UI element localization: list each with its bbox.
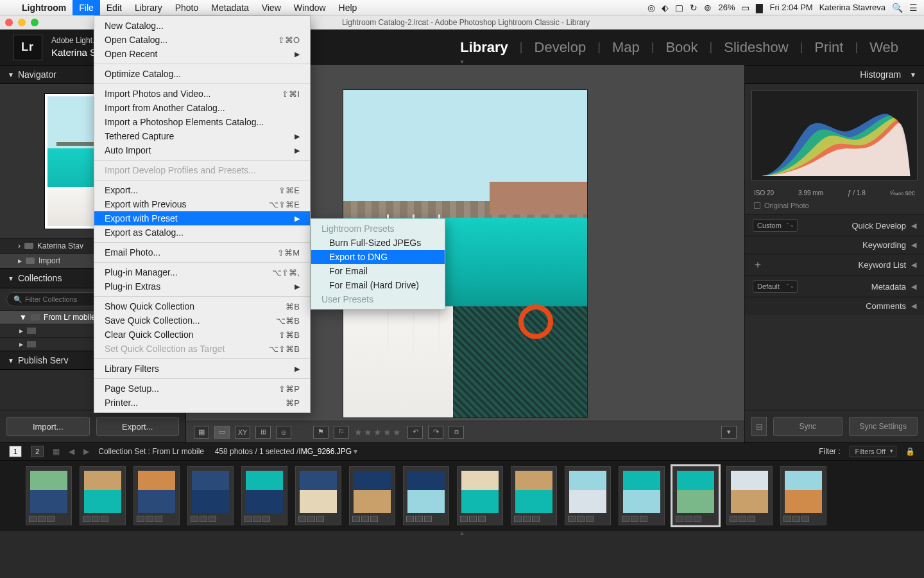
checkbox-icon[interactable]	[754, 202, 760, 209]
file-menu-item[interactable]: New Catalog...	[94, 19, 310, 33]
compare-view-button[interactable]: XY	[235, 426, 250, 439]
export-button[interactable]: Export...	[96, 417, 180, 436]
quick-develop-preset-dropdown[interactable]: Custom	[753, 219, 798, 232]
filmstrip-thumb[interactable]	[403, 466, 449, 525]
rating-stars[interactable]: ★★★★★	[354, 427, 402, 437]
airplay-icon[interactable]: ▢	[675, 3, 683, 13]
file-menu-item[interactable]: Open Recent▶	[94, 47, 310, 61]
histogram-header[interactable]: Histogram ▼	[745, 65, 924, 84]
filmstrip-thumb[interactable]	[672, 466, 719, 525]
module-web[interactable]: Web	[869, 39, 898, 56]
original-photo-row[interactable]: Original Photo	[745, 199, 924, 215]
file-menu-item[interactable]: Import a Photoshop Elements Catalog...	[94, 115, 310, 129]
source-label[interactable]: Collection Set : From Lr mobile	[98, 447, 204, 456]
minimize-window-button[interactable]	[18, 19, 26, 26]
flag-reject-button[interactable]: ⚐	[334, 426, 349, 439]
flag-pick-button[interactable]: ⚑	[313, 426, 329, 439]
file-menu-item[interactable]: Auto Import▶	[94, 143, 310, 157]
app-name[interactable]: Lightroom	[15, 3, 73, 13]
module-library[interactable]: Library	[460, 39, 508, 56]
flag-icon[interactable]: ▇	[756, 3, 763, 13]
filmstrip-thumb[interactable]	[619, 466, 665, 525]
menu-edit[interactable]: Edit	[100, 0, 128, 15]
secondary-display-1-button[interactable]: 1	[9, 446, 22, 457]
file-menu-item[interactable]: Tethered Capture▶	[94, 129, 310, 143]
menu-photo[interactable]: Photo	[169, 0, 205, 15]
menu-help[interactable]: Help	[332, 0, 364, 15]
submenu-item[interactable]: Burn Full-Sized JPEGs	[311, 236, 445, 250]
file-menu-item[interactable]: Page Setup...⇧⌘P	[94, 381, 310, 396]
prev-photo-button[interactable]: ◀	[69, 447, 74, 456]
menu-library[interactable]: Library	[128, 0, 169, 15]
module-book[interactable]: Book	[665, 39, 697, 56]
next-photo-button[interactable]: ▶	[83, 447, 89, 456]
file-menu-item[interactable]: Import Photos and Video...⇧⌘I	[94, 87, 310, 101]
file-menu-item[interactable]: Export...⇧⌘E	[94, 183, 310, 197]
wifi-icon[interactable]: ⊚	[704, 3, 712, 13]
file-menu-item[interactable]: Plug-in Extras▶	[94, 279, 310, 293]
sync-settings-button[interactable]: Sync Settings	[849, 417, 918, 436]
menu-window[interactable]: Window	[287, 0, 332, 15]
people-view-button[interactable]: ☺	[276, 426, 291, 439]
grid-icon[interactable]: ▦	[53, 447, 60, 456]
file-menu-item[interactable]: Export as Catalog...	[94, 225, 310, 240]
clock[interactable]: Fri 2:04 PM	[769, 3, 812, 12]
menu-view[interactable]: View	[255, 0, 287, 15]
face-tagging-button[interactable]: ⧈	[449, 426, 464, 439]
filmstrip-thumb[interactable]	[780, 466, 826, 525]
filmstrip-thumb[interactable]	[80, 466, 126, 525]
filmstrip-thumb[interactable]	[349, 466, 395, 525]
sync-toggle-button[interactable]: ⊟	[751, 417, 767, 436]
sync-button[interactable]: Sync	[773, 417, 843, 436]
filmstrip-thumb[interactable]	[511, 466, 557, 525]
spotlight-icon[interactable]: 🔍	[892, 3, 903, 13]
secondary-display-2-button[interactable]: 2	[31, 446, 44, 457]
file-menu-item[interactable]: Show Quick Collection⌘B	[94, 299, 310, 313]
file-menu-item[interactable]: Save Quick Collection...⌥⌘B	[94, 313, 310, 328]
import-button[interactable]: Import...	[6, 417, 90, 436]
comments-header[interactable]: Comments ◀	[745, 297, 924, 315]
file-menu-item[interactable]: Library Filters▶	[94, 362, 310, 376]
submenu-item[interactable]: Export to DNG	[311, 250, 445, 264]
file-menu-item[interactable]: Email Photo...⇧⌘M	[94, 245, 310, 259]
filmstrip-thumb[interactable]	[295, 466, 341, 525]
file-menu-item[interactable]: Open Catalog...⇧⌘O	[94, 33, 310, 47]
dropbox-icon[interactable]: ⬖	[662, 3, 669, 13]
filmstrip[interactable]	[0, 460, 924, 531]
control-center-icon[interactable]: ☰	[909, 3, 918, 13]
file-menu-item[interactable]: Import from Another Catalog...	[94, 101, 310, 115]
creative-cloud-icon[interactable]: ◎	[647, 3, 655, 13]
filmstrip-thumb[interactable]	[26, 466, 72, 525]
file-menu-item[interactable]: Export with Previous⌥⇧⌘E	[94, 197, 310, 211]
plus-icon[interactable]: ＋	[753, 258, 764, 272]
toolbar-menu-button[interactable]: ▾	[721, 426, 737, 439]
close-window-button[interactable]	[5, 19, 13, 26]
survey-view-button[interactable]: ⊞	[255, 426, 271, 439]
filmstrip-thumb[interactable]	[457, 466, 503, 525]
filename-menu-icon[interactable]: ▾	[354, 447, 357, 456]
loupe-view-button[interactable]: ▭	[214, 426, 230, 439]
submenu-item[interactable]: For Email (Hard Drive)	[311, 278, 445, 292]
filmstrip-thumb[interactable]	[241, 466, 287, 525]
filmstrip-thumb[interactable]	[187, 466, 234, 525]
menubar-user[interactable]: Katerina Stavreva	[819, 3, 886, 12]
file-menu-item[interactable]: Optimize Catalog...	[94, 67, 310, 81]
grid-view-button[interactable]: ▦	[194, 426, 209, 439]
metadata-header[interactable]: Default Metadata ◀	[745, 276, 924, 297]
rotate-ccw-button[interactable]: ↶	[407, 426, 423, 439]
menu-file[interactable]: File	[73, 0, 100, 15]
filmstrip-thumb[interactable]	[726, 466, 773, 525]
filmstrip-thumb[interactable]	[133, 466, 180, 525]
submenu-item[interactable]: For Email	[311, 264, 445, 278]
metadata-preset-dropdown[interactable]: Default	[753, 280, 798, 293]
module-slideshow[interactable]: Slideshow	[724, 39, 788, 56]
filter-preset-dropdown[interactable]: Filters Off	[850, 446, 896, 457]
panel-collapse-grip-bottom[interactable]: ▲	[0, 531, 924, 538]
filter-lock-icon[interactable]: 🔒	[905, 447, 915, 456]
file-menu-item[interactable]: Export with Preset▶	[94, 211, 310, 225]
rotate-cw-button[interactable]: ↷	[428, 426, 443, 439]
module-develop[interactable]: Develop	[535, 39, 586, 56]
file-menu-item[interactable]: Clear Quick Collection⇧⌘B	[94, 328, 310, 342]
keywording-header[interactable]: Keywording ◀	[745, 236, 924, 254]
module-print[interactable]: Print	[814, 39, 843, 56]
